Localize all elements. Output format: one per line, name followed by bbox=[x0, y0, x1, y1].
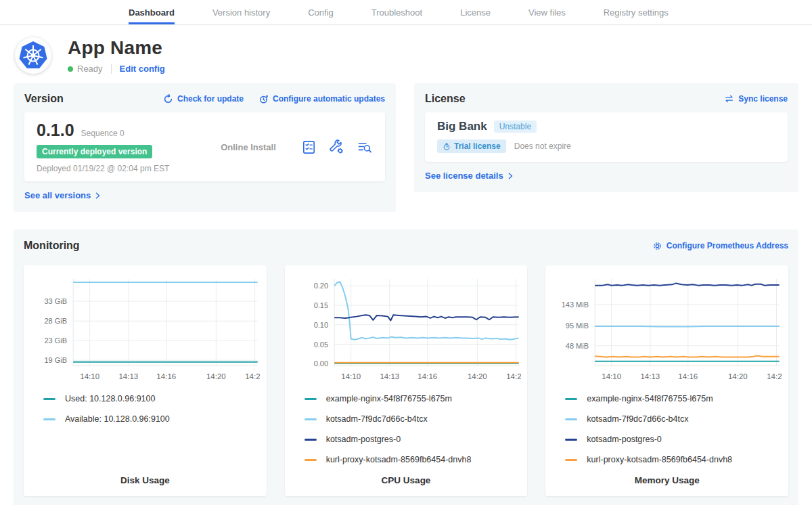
series-line bbox=[595, 326, 780, 327]
status-badge: Ready bbox=[77, 64, 103, 74]
legend-swatch bbox=[565, 459, 577, 461]
monitoring-title: Monitoring bbox=[24, 240, 80, 252]
x-axis-label: 14:20 bbox=[468, 372, 487, 380]
clock-refresh-icon bbox=[258, 94, 269, 104]
legend-swatch bbox=[565, 398, 577, 400]
configure-prometheus-label: Configure Prometheus Address bbox=[667, 241, 788, 250]
cpu-usage-chart-card: 14:1014:1314:1614:2014:230.200.150.100.0… bbox=[285, 265, 528, 496]
x-axis-label: 14:20 bbox=[728, 372, 748, 380]
tab-view-files[interactable]: View files bbox=[528, 0, 566, 24]
sync-license-button[interactable]: Sync license bbox=[724, 94, 788, 104]
legend-label: kotsadm-postgres-0 bbox=[326, 435, 401, 444]
disk-usage-chart-card: 14:1014:1314:1614:2014:2333 GiB28 GiB23 … bbox=[24, 265, 267, 496]
tab-license[interactable]: License bbox=[460, 0, 491, 24]
customer-name: Big Bank bbox=[437, 120, 487, 133]
y-axis-label: 0.20 bbox=[313, 282, 328, 290]
chart-title: Memory Usage bbox=[545, 475, 788, 485]
legend-item: kotsadm-7f9dc7d66c-b4tcx bbox=[304, 414, 522, 424]
status-dot bbox=[68, 66, 73, 72]
preflight-checks-icon[interactable] bbox=[301, 139, 317, 155]
see-license-details-link[interactable]: See license details bbox=[425, 171, 514, 181]
view-logs-icon[interactable] bbox=[357, 139, 373, 155]
chart-title: CPU Usage bbox=[285, 475, 528, 485]
configure-prometheus-button[interactable]: Configure Prometheus Address bbox=[652, 241, 788, 251]
current-version-box: 0.1.0 Sequence 0 Currently deployed vers… bbox=[24, 112, 385, 181]
y-axis-label: 95 MiB bbox=[566, 322, 589, 330]
license-details-box: Big Bank Unstable Trial license Does not… bbox=[425, 112, 788, 162]
version-sequence: Sequence 0 bbox=[81, 129, 125, 138]
memory-usage-plot: 14:1014:1314:1614:2014:23143 MiB95 MiB48… bbox=[551, 273, 782, 383]
check-for-update-label: Check for update bbox=[177, 94, 244, 104]
app-header: App Name Ready Edit config bbox=[0, 25, 812, 74]
legend-item: example-nginx-54f8f76755-l675m bbox=[565, 394, 782, 403]
legend-swatch bbox=[304, 398, 317, 400]
top-navigation: Dashboard Version history Config Trouble… bbox=[0, 0, 812, 25]
y-axis-label: 0.05 bbox=[313, 341, 328, 349]
y-axis-label: 33 GiB bbox=[44, 297, 67, 305]
deployed-badge: Currently deployed version bbox=[37, 145, 152, 158]
trial-license-label: Trial license bbox=[454, 141, 501, 151]
legend-label: kotsadm-7f9dc7d66c-b4tcx bbox=[587, 414, 688, 424]
see-all-versions-link[interactable]: See all versions bbox=[24, 190, 102, 200]
refresh-icon bbox=[163, 94, 173, 104]
y-axis-label: 143 MiB bbox=[562, 301, 589, 309]
y-axis-label: 48 MiB bbox=[566, 342, 589, 350]
gear-icon bbox=[652, 241, 662, 251]
check-for-update-button[interactable]: Check for update bbox=[163, 94, 244, 104]
series-line bbox=[595, 283, 780, 285]
series-line bbox=[334, 282, 519, 339]
page-title: App Name bbox=[68, 37, 165, 59]
legend-swatch bbox=[43, 398, 55, 400]
disk-usage-plot: 14:1014:1314:1614:2014:2333 GiB28 GiB23 … bbox=[30, 273, 261, 383]
x-axis-label: 14:16 bbox=[418, 372, 437, 380]
legend-item: kurl-proxy-kotsadm-8569fb6454-dnvh8 bbox=[304, 455, 522, 464]
cpu-usage-legend: example-nginx-54f8f76755-l675mkotsadm-7f… bbox=[304, 394, 522, 464]
expiry-text: Does not expire bbox=[514, 141, 571, 151]
x-axis-label: 14:16 bbox=[679, 372, 698, 380]
chart-title: Disk Usage bbox=[24, 475, 267, 485]
legend-label: Available: 10.128.0.96:9100 bbox=[65, 414, 170, 424]
y-axis-label: 23 GiB bbox=[44, 336, 67, 345]
x-axis-label: 14:10 bbox=[341, 372, 361, 380]
legend-swatch bbox=[304, 459, 317, 461]
app-logo bbox=[15, 37, 51, 74]
tab-registry-settings[interactable]: Registry settings bbox=[604, 0, 669, 24]
chart-svg: 14:1014:1314:1614:2014:2333 GiB28 GiB23 … bbox=[30, 273, 261, 383]
x-axis-label: 14:23 bbox=[506, 372, 522, 380]
config-wrench-icon[interactable] bbox=[329, 139, 344, 155]
legend-label: kurl-proxy-kotsadm-8569fb6454-dnvh8 bbox=[326, 455, 472, 464]
configure-automatic-updates-button[interactable]: Configure automatic updates bbox=[258, 94, 385, 104]
tab-troubleshoot[interactable]: Troubleshoot bbox=[371, 0, 422, 24]
x-axis-label: 14:23 bbox=[767, 372, 782, 380]
y-axis-label: 19 GiB bbox=[44, 356, 67, 364]
x-axis-label: 14:23 bbox=[245, 372, 261, 380]
legend-label: kotsadm-7f9dc7d66c-b4tcx bbox=[326, 414, 428, 424]
tab-version-history[interactable]: Version history bbox=[212, 0, 270, 24]
x-axis-label: 14:20 bbox=[206, 372, 226, 380]
channel-badge: Unstable bbox=[494, 120, 537, 133]
y-axis-label: 0.15 bbox=[313, 301, 328, 309]
divider bbox=[111, 64, 112, 74]
legend-swatch bbox=[43, 418, 55, 420]
version-card: Version Check for update Configure au bbox=[14, 83, 396, 212]
legend-swatch bbox=[304, 418, 317, 420]
deployed-timestamp: Deployed 01/19/22 @ 02:04 pm EST bbox=[37, 164, 196, 173]
see-license-details-label: See license details bbox=[425, 171, 503, 181]
memory-usage-legend: example-nginx-54f8f76755-l675mkotsadm-7f… bbox=[565, 394, 782, 464]
tab-config[interactable]: Config bbox=[308, 0, 334, 24]
legend-label: kotsadm-postgres-0 bbox=[587, 435, 661, 444]
see-all-versions-label: See all versions bbox=[24, 190, 91, 200]
tab-dashboard[interactable]: Dashboard bbox=[129, 0, 175, 24]
edit-config-link[interactable]: Edit config bbox=[120, 64, 165, 74]
license-card: License Sync license Big Bank Unstable bbox=[414, 83, 798, 192]
x-axis-label: 14:13 bbox=[641, 372, 660, 380]
chevron-right-icon bbox=[507, 172, 514, 180]
legend-item: kotsadm-7f9dc7d66c-b4tcx bbox=[565, 414, 782, 424]
sync-license-label: Sync license bbox=[738, 94, 788, 104]
chart-svg: 14:1014:1314:1614:2014:230.200.150.100.0… bbox=[291, 273, 522, 383]
license-card-title: License bbox=[425, 93, 466, 105]
legend-label: example-nginx-54f8f76755-l675m bbox=[587, 394, 713, 403]
legend-swatch bbox=[565, 439, 577, 441]
legend-item: kurl-proxy-kotsadm-8569fb6454-dnvh8 bbox=[565, 455, 782, 464]
sync-icon bbox=[724, 94, 734, 104]
